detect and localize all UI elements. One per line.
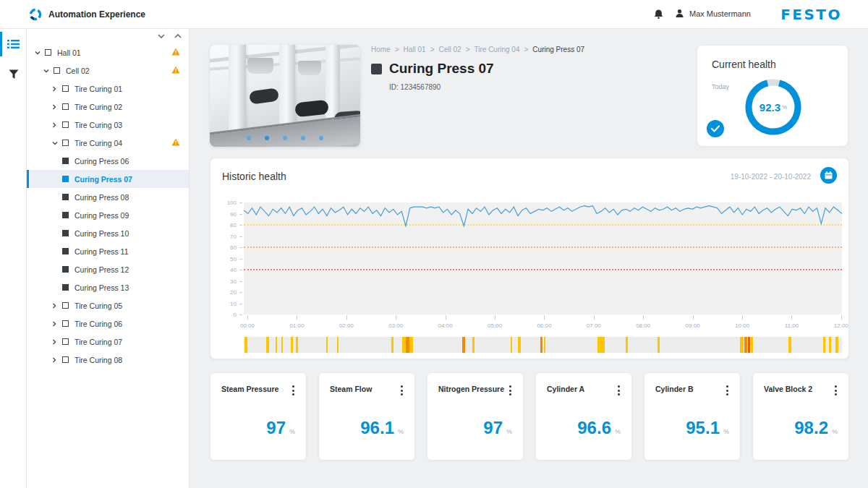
notifications-bell-icon[interactable] [653, 9, 665, 20]
card-menu-button[interactable] [833, 383, 839, 398]
x-axis-label: 05:00 [488, 322, 502, 329]
breadcrumb-item[interactable]: Home [371, 46, 391, 53]
tree-item-hall-01[interactable]: Hall 01 [27, 43, 189, 61]
tree-item-label: Hall 01 [57, 48, 171, 57]
machine-photo-carousel[interactable] [210, 45, 360, 147]
carousel-dot[interactable] [265, 136, 269, 140]
kebab-dot [618, 393, 620, 395]
tree-item-curing-press-10[interactable]: Curing Press 10 [27, 224, 189, 242]
user-menu[interactable]: Max Mustermann [675, 9, 751, 18]
metric-label: Nitrogen Pressure [438, 385, 504, 393]
tree-item-tire-curing-08[interactable]: Tire Curing 08 [27, 351, 189, 369]
y-axis-label: 60 [210, 244, 237, 251]
x-axis-label: 00:00 [240, 322, 255, 329]
chevron-down-icon[interactable] [35, 51, 45, 55]
chevron-right-icon[interactable] [52, 122, 62, 128]
photo-shape [298, 61, 321, 75]
card-menu-button[interactable] [507, 383, 514, 398]
x-axis-tick [247, 315, 248, 320]
chevron-right-icon[interactable] [52, 321, 62, 327]
expand-all-icon[interactable] [158, 33, 165, 39]
tree-item-tire-curing-06[interactable]: Tire Curing 06 [27, 314, 189, 333]
card-menu-button[interactable] [399, 383, 405, 398]
tree-item-cell-02[interactable]: Cell 02 [27, 61, 189, 80]
filter-button[interactable] [0, 59, 27, 90]
y-axis-tick [239, 202, 242, 203]
tree-item-label: Tire Curing 05 [75, 301, 189, 310]
collapse-all-icon[interactable] [174, 33, 182, 39]
filled-square-icon [62, 158, 69, 164]
tree-item-curing-press-09[interactable]: Curing Press 09 [27, 206, 189, 224]
carousel-dot[interactable] [301, 136, 305, 140]
kebab-dot [835, 390, 837, 392]
filled-square-icon [62, 266, 69, 273]
x-axis-label: 09:00 [686, 322, 700, 329]
tree-item-curing-press-07[interactable]: Curing Press 07 [27, 170, 189, 188]
tree-item-curing-press-06[interactable]: Curing Press 06 [27, 152, 189, 170]
x-axis-label: 08:00 [636, 322, 650, 329]
event-timeline-strip[interactable] [244, 337, 842, 353]
event-mark [544, 337, 545, 353]
event-mark [291, 337, 293, 353]
event-mark [540, 337, 542, 353]
card-menu-button[interactable] [616, 383, 622, 398]
asset-tree-toggle-button[interactable] [0, 29, 27, 59]
photo-shape [247, 58, 273, 74]
carousel-dot[interactable] [247, 136, 251, 140]
tree-item-label: Tire Curing 01 [75, 85, 189, 93]
tree-item-tire-curing-07[interactable]: Tire Curing 07 [27, 333, 189, 351]
chevron-down-icon[interactable] [43, 69, 54, 73]
filled-square-icon [62, 212, 69, 218]
calendar-button[interactable] [820, 167, 837, 184]
event-mark [658, 337, 660, 353]
y-axis-label: 10 [210, 301, 237, 307]
card-menu-button[interactable] [290, 383, 297, 398]
x-axis-tick [643, 315, 644, 320]
user-icon [675, 9, 684, 18]
breadcrumb-item[interactable]: Tire Curing 04 [475, 46, 520, 53]
kebab-dot [618, 390, 620, 392]
historic-health-card: Historic health 19-10-2022 - 20-10-2022 … [210, 158, 849, 359]
y-axis-label: 100 [210, 200, 237, 206]
metric-value-row: 96.6% [577, 418, 621, 438]
breadcrumb-item[interactable]: Hall 01 [404, 46, 426, 53]
outline-square-icon [62, 302, 69, 309]
metric-card-valve-block-2: Valve Block 298.2% [752, 372, 849, 461]
historic-health-chart[interactable] [244, 202, 842, 314]
event-mark [829, 337, 831, 353]
festo-logo: FESTO [780, 6, 842, 23]
outline-square-icon [62, 338, 69, 345]
event-mark [835, 337, 838, 353]
tree-item-curing-press-11[interactable]: Curing Press 11 [27, 242, 189, 260]
card-menu-button[interactable] [724, 383, 731, 398]
tree-item-curing-press-12[interactable]: Curing Press 12 [27, 260, 189, 278]
kebab-dot [292, 385, 294, 388]
metric-value: 98.2 [794, 418, 828, 438]
tree-item-tire-curing-02[interactable]: Tire Curing 02 [27, 98, 189, 116]
carousel-dot[interactable] [319, 136, 323, 140]
tree-item-curing-press-13[interactable]: Curing Press 13 [27, 278, 189, 296]
event-mark [266, 337, 269, 353]
breadcrumb-item[interactable]: Cell 02 [439, 46, 461, 53]
carousel-dot[interactable] [283, 136, 287, 140]
chevron-right-icon[interactable] [52, 104, 62, 110]
filled-square-icon [62, 248, 69, 254]
chevron-right-icon[interactable] [52, 86, 62, 92]
chevron-right-icon[interactable] [52, 303, 62, 309]
tree-item-tire-curing-03[interactable]: Tire Curing 03 [27, 116, 189, 134]
y-axis-tick [239, 281, 242, 282]
tree-item-tire-curing-05[interactable]: Tire Curing 05 [27, 296, 189, 314]
metric-value-row: 97% [266, 418, 295, 438]
kebab-dot [835, 385, 837, 388]
event-mark [597, 337, 605, 353]
chevron-right-icon[interactable] [52, 339, 62, 345]
tree-item-tire-curing-04[interactable]: Tire Curing 04 [27, 134, 189, 152]
tree-item-curing-press-08[interactable]: Curing Press 08 [27, 188, 189, 206]
chevron-right-icon[interactable] [52, 357, 62, 363]
event-mark [740, 337, 744, 353]
chevron-down-icon[interactable] [52, 141, 62, 145]
tree-item-label: Curing Press 12 [75, 265, 189, 274]
tree-item-tire-curing-01[interactable]: Tire Curing 01 [27, 80, 189, 98]
asset-id: ID: 1234567890 [371, 83, 584, 91]
event-mark [244, 337, 247, 353]
